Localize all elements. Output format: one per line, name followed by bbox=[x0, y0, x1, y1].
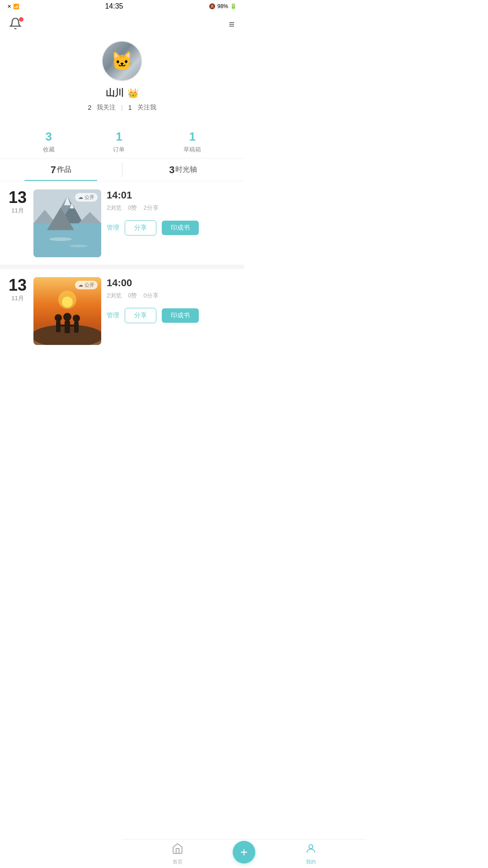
post-thumbnail-1[interactable]: ☁ 公开 bbox=[33, 189, 101, 257]
following-count: 2 bbox=[88, 104, 91, 111]
notification-bell[interactable] bbox=[9, 17, 23, 32]
status-bar: ✕ 📶 14:35 🔕 98% 🔋 bbox=[0, 0, 244, 13]
stat-drafts[interactable]: 1 草稿箱 bbox=[183, 130, 201, 154]
post-time-1: 14:01 bbox=[107, 189, 237, 201]
public-icon-1: ☁ bbox=[78, 194, 83, 200]
orders-label: 订单 bbox=[113, 146, 125, 154]
post-shares-1: 2分享 bbox=[143, 204, 158, 212]
avatar-image: 🐱 bbox=[103, 42, 141, 80]
works-count: 7 bbox=[51, 164, 56, 176]
post-views-2: 2浏览 bbox=[107, 292, 122, 300]
post-actions-2: 管理 分享 印成书 bbox=[107, 308, 237, 323]
battery-percent: 98% bbox=[217, 3, 228, 9]
post-month-1: 11月 bbox=[11, 207, 23, 215]
orders-count: 1 bbox=[116, 130, 122, 144]
crown-icon: 👑 bbox=[127, 88, 139, 99]
stats-row: 3 收藏 1 订单 1 草稿箱 bbox=[0, 121, 244, 159]
post-actions-1: 管理 分享 印成书 bbox=[107, 220, 237, 236]
svg-point-19 bbox=[73, 315, 80, 322]
post-item-2: 13 11月 bbox=[0, 269, 244, 352]
public-label-1: 公开 bbox=[84, 194, 94, 201]
menu-button[interactable]: ≡ bbox=[229, 19, 235, 30]
post-shares-2: 0分享 bbox=[143, 292, 158, 300]
follow-row: 2 我关注 | 1 关注我 bbox=[88, 104, 156, 112]
svg-point-13 bbox=[62, 297, 73, 307]
post-views-1: 2浏览 bbox=[107, 204, 122, 212]
favorites-label: 收藏 bbox=[43, 146, 55, 154]
post-likes-2: 0赞 bbox=[128, 292, 137, 300]
share-button-1[interactable]: 分享 bbox=[125, 220, 156, 236]
post-item: 13 11月 bbox=[0, 181, 244, 264]
svg-point-9 bbox=[49, 237, 72, 241]
wifi-icon: 📶 bbox=[13, 4, 19, 9]
svg-rect-16 bbox=[56, 321, 61, 332]
favorites-count: 3 bbox=[46, 130, 52, 144]
profile-section: 🐱 山川 👑 2 我关注 | 1 关注我 bbox=[0, 36, 244, 121]
post-list: 13 11月 bbox=[0, 181, 244, 352]
tab-works[interactable]: 7 作品 bbox=[0, 159, 122, 181]
works-label: 作品 bbox=[57, 165, 71, 175]
post-stats-2: 2浏览 0赞 0分享 bbox=[107, 292, 237, 300]
timeline-count: 3 bbox=[169, 164, 174, 176]
post-info-1: 14:01 2浏览 0赞 2分享 管理 分享 印成书 bbox=[107, 189, 237, 236]
drafts-label: 草稿箱 bbox=[183, 146, 201, 154]
post-month-2: 11月 bbox=[11, 294, 23, 302]
stat-favorites[interactable]: 3 收藏 bbox=[43, 130, 55, 154]
top-nav: ≡ bbox=[0, 13, 244, 36]
timeline-label: 时光轴 bbox=[175, 165, 197, 175]
post-date-1: 13 11月 bbox=[7, 189, 28, 215]
stat-orders[interactable]: 1 订单 bbox=[113, 130, 125, 154]
drafts-count: 1 bbox=[189, 130, 195, 144]
print-button-2[interactable]: 印成书 bbox=[162, 308, 199, 323]
public-icon-2: ☁ bbox=[78, 282, 83, 288]
mute-icon: 🔕 bbox=[209, 3, 216, 9]
post-time-2: 14:00 bbox=[107, 277, 237, 289]
svg-point-15 bbox=[55, 314, 62, 321]
svg-rect-18 bbox=[65, 321, 70, 333]
post-date-2: 13 11月 bbox=[7, 277, 28, 302]
svg-point-17 bbox=[63, 313, 71, 321]
manage-button-1[interactable]: 管理 bbox=[107, 224, 119, 232]
post-info-2: 14:00 2浏览 0赞 0分享 管理 分享 印成书 bbox=[107, 277, 237, 323]
post-likes-1: 0赞 bbox=[128, 204, 137, 212]
followers-label: 关注我 bbox=[137, 104, 156, 112]
post-stats-1: 2浏览 0赞 2分享 bbox=[107, 204, 237, 212]
print-button-1[interactable]: 印成书 bbox=[162, 221, 199, 235]
tab-timeline[interactable]: 3 时光轴 bbox=[122, 159, 244, 181]
post-day-1: 13 bbox=[9, 189, 27, 206]
post-thumbnail-2[interactable]: ☁ 公开 bbox=[33, 277, 101, 345]
public-badge-2: ☁ 公开 bbox=[75, 281, 98, 289]
status-time: 14:35 bbox=[105, 2, 123, 10]
status-left: ✕ 📶 bbox=[7, 4, 19, 9]
svg-point-10 bbox=[70, 245, 88, 247]
username-row: 山川 👑 bbox=[106, 87, 139, 99]
public-label-2: 公开 bbox=[84, 282, 94, 288]
notification-dot bbox=[19, 17, 23, 22]
battery-icon: 🔋 bbox=[230, 3, 237, 9]
public-badge-1: ☁ 公开 bbox=[75, 193, 98, 202]
username: 山川 bbox=[106, 87, 124, 99]
manage-button-2[interactable]: 管理 bbox=[107, 311, 119, 320]
status-right: 🔕 98% 🔋 bbox=[209, 3, 237, 9]
followers-count: 1 bbox=[128, 104, 132, 111]
post-day-2: 13 bbox=[9, 277, 27, 293]
follow-divider: | bbox=[121, 104, 123, 111]
share-button-2[interactable]: 分享 bbox=[125, 308, 156, 323]
following-label: 我关注 bbox=[97, 104, 116, 112]
signal-icon: ✕ bbox=[7, 4, 11, 9]
svg-rect-20 bbox=[74, 321, 79, 333]
tabs-row: 7 作品 3 时光轴 bbox=[0, 159, 244, 181]
avatar[interactable]: 🐱 bbox=[102, 41, 142, 81]
